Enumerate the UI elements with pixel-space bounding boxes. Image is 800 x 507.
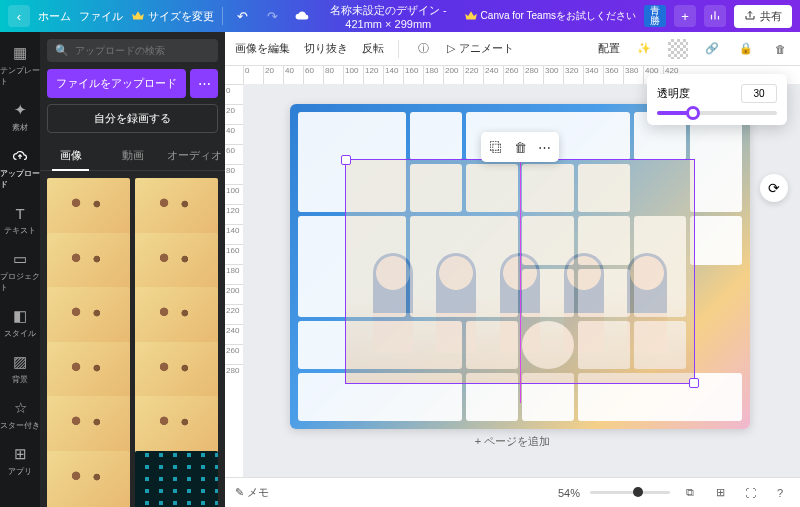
home-link[interactable]: ホーム [38, 9, 71, 24]
rail-elements[interactable]: ✦素材 [0, 95, 40, 139]
page-view-icon[interactable]: ⧉ [680, 483, 700, 503]
background-icon: ▨ [11, 353, 29, 371]
apps-icon: ⊞ [11, 445, 29, 463]
crop-button[interactable]: 切り抜き [304, 41, 348, 56]
search-input[interactable]: 🔍 [47, 39, 218, 62]
transparency-icon[interactable] [668, 39, 688, 59]
footer-bar: ✎ メモ 54% ⧉ ⊞ ⛶ ? [225, 477, 800, 507]
media-thumb[interactable] [47, 178, 130, 240]
upload-panel: 🔍 ファイルをアップロード ⋯ 自分を録画する 画像 動画 オーディオ [40, 32, 225, 507]
rail-background[interactable]: ▨背景 [0, 347, 40, 391]
opacity-label: 透明度 [657, 86, 733, 101]
media-grid [40, 171, 225, 507]
opacity-slider[interactable] [657, 111, 777, 115]
tab-image[interactable]: 画像 [40, 141, 102, 170]
media-thumb[interactable] [47, 396, 130, 458]
media-thumb[interactable] [135, 342, 218, 404]
flip-button[interactable]: 反転 [362, 41, 384, 56]
resize-button[interactable]: サイズを変更 [131, 9, 214, 24]
opacity-popover: 透明度 [647, 74, 787, 125]
opacity-input[interactable] [741, 84, 777, 103]
media-thumb[interactable] [135, 287, 218, 349]
link-icon[interactable]: 🔗 [702, 39, 722, 59]
top-bar: ‹ ホーム ファイル サイズを変更 ↶ ↷ 名称未設定のデザイン - 421mm… [0, 0, 800, 32]
selected-image[interactable] [345, 159, 695, 384]
media-thumb[interactable] [47, 233, 130, 295]
tab-video[interactable]: 動画 [102, 141, 164, 170]
upload-file-button[interactable]: ファイルをアップロード [47, 69, 186, 98]
fullscreen-icon[interactable]: ⛶ [740, 483, 760, 503]
crown-icon [464, 9, 478, 23]
file-menu[interactable]: ファイル [79, 9, 123, 24]
rail-text[interactable]: Tテキスト [0, 198, 40, 242]
sync-icon[interactable]: ⟳ [760, 174, 788, 202]
workspace[interactable]: 020406080100120140160180200220240260280 [225, 84, 800, 477]
delete-icon[interactable]: 🗑 [770, 39, 790, 59]
rail-template[interactable]: ▦テンプレート [0, 38, 40, 93]
info-icon[interactable]: ⓘ [413, 39, 433, 59]
rail-apps[interactable]: ⊞アプリ [0, 439, 40, 483]
record-self-button[interactable]: 自分を録画する [47, 104, 218, 133]
design-title[interactable]: 名称未設定のデザイン - 421mm × 299mm [321, 3, 456, 30]
add-page-button[interactable]: + ページを追加 [475, 434, 550, 449]
cloud-sync-icon[interactable] [291, 5, 313, 27]
undo-icon[interactable]: ↶ [231, 5, 253, 27]
style-icon: ◧ [11, 307, 29, 325]
edit-image-button[interactable]: 画像を編集 [235, 41, 290, 56]
design-page[interactable]: ⿻ 🗑 ⋯ [290, 104, 750, 429]
media-tabs: 画像 動画 オーディオ [40, 141, 225, 171]
animate-button[interactable]: ▷ アニメート [447, 41, 514, 56]
tab-audio[interactable]: オーディオ [163, 141, 225, 170]
analytics-icon[interactable] [704, 5, 726, 27]
search-icon: 🔍 [55, 44, 69, 57]
side-rail: ▦テンプレート ✦素材 アップロード Tテキスト ▭プロジェクト ◧スタイル ▨… [0, 32, 40, 507]
share-button[interactable]: 共有 [734, 5, 792, 28]
upload-more-button[interactable]: ⋯ [190, 69, 218, 98]
template-icon: ▦ [11, 44, 29, 62]
media-thumb[interactable] [47, 342, 130, 404]
rail-starred[interactable]: ☆スター付き [0, 393, 40, 437]
crown-icon [131, 9, 145, 23]
zoom-level[interactable]: 54% [558, 487, 580, 499]
teams-promo[interactable]: Canva for Teamsをお試しください [464, 9, 636, 23]
upload-icon [11, 147, 29, 165]
grid-view-icon[interactable]: ⊞ [710, 483, 730, 503]
zoom-slider[interactable] [590, 491, 670, 494]
context-toolbar: 画像を編集 切り抜き 反転 ⓘ ▷ アニメート 配置 ✨ 🔗 🔒 🗑 [225, 32, 800, 66]
media-thumb[interactable] [135, 178, 218, 240]
memo-button[interactable]: ✎ メモ [235, 485, 269, 500]
position-button[interactable]: 配置 [598, 41, 620, 56]
text-icon: T [11, 204, 29, 222]
rail-style[interactable]: ◧スタイル [0, 301, 40, 345]
media-thumb[interactable] [135, 451, 218, 508]
plus-icon[interactable]: + [674, 5, 696, 27]
rail-upload[interactable]: アップロード [0, 141, 40, 196]
canvas-area: 画像を編集 切り抜き 反転 ⓘ ▷ アニメート 配置 ✨ 🔗 🔒 🗑 02040… [225, 32, 800, 507]
lock-icon[interactable]: 🔒 [736, 39, 756, 59]
media-thumb[interactable] [135, 233, 218, 295]
help-icon[interactable]: ? [770, 483, 790, 503]
media-thumb[interactable] [47, 287, 130, 349]
star-icon: ☆ [11, 399, 29, 417]
ruler-vertical: 020406080100120140160180200220240260280 [225, 84, 243, 477]
folder-icon: ▭ [11, 250, 29, 268]
rail-project[interactable]: ▭プロジェクト [0, 244, 40, 299]
avatar[interactable]: 青 勝 [644, 5, 666, 27]
magic-icon[interactable]: ✨ [634, 39, 654, 59]
elements-icon: ✦ [11, 101, 29, 119]
back-icon[interactable]: ‹ [8, 5, 30, 27]
media-thumb[interactable] [47, 451, 130, 508]
media-thumb[interactable] [135, 396, 218, 458]
redo-icon[interactable]: ↷ [261, 5, 283, 27]
